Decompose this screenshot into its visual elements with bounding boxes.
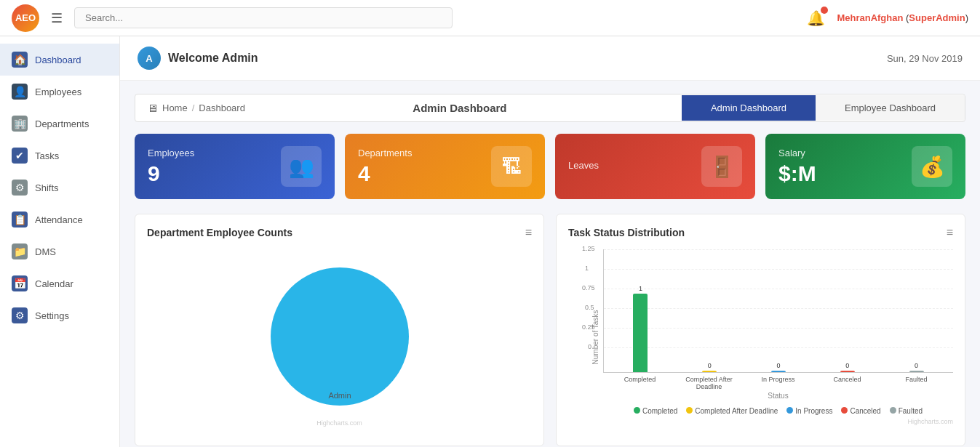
legend-dot-completed <box>634 407 640 414</box>
stat-info-leaves: Leaves <box>568 160 599 174</box>
bars-container: 1 0 0 <box>611 273 946 372</box>
employees-icon: 👤 <box>12 84 28 100</box>
bar-xlabel-faulted: Faulted <box>887 376 946 390</box>
stat-card-employees[interactable]: Employees 9 👥 <box>135 134 335 199</box>
breadcrumb: 🖥 Home / Dashboard Admin Dashboard <box>135 94 682 121</box>
pie-chart-header: Department Employee Counts ≡ <box>147 226 532 239</box>
tasks-icon: ✔ <box>12 148 28 164</box>
sidebar-item-dms[interactable]: 📁 DMS <box>0 235 119 267</box>
monitor-icon: 🖥 <box>147 102 158 114</box>
main-content: A Welcome Admin Sun, 29 Nov 2019 🖥 Home … <box>120 36 980 447</box>
sidebar-label-shifts: Shifts <box>35 182 59 193</box>
pie-chart-title: Department Employee Counts <box>147 227 292 238</box>
sidebar-item-attendance[interactable]: 📋 Attendance <box>0 204 119 235</box>
bar-chart-credit: Highcharts.com <box>603 418 953 425</box>
tab-center-label: Admin Dashboard <box>250 102 670 114</box>
stat-icon-salary: 💰 <box>912 146 952 187</box>
stat-card-departments[interactable]: Departments 4 🏗 <box>345 134 545 199</box>
welcome-left: A Welcome Admin <box>138 47 258 70</box>
breadcrumb-home: Home <box>162 102 188 113</box>
legend-item-canceled: Canceled <box>841 407 880 415</box>
bar-xlabel-cad: Completed After Deadline <box>680 376 738 390</box>
search-input[interactable] <box>74 7 453 28</box>
bar-xlabel-completed: Completed <box>610 376 669 390</box>
legend-dot-ip <box>786 407 793 414</box>
stat-label-leaves: Leaves <box>568 160 599 171</box>
sidebar-label-dms: DMS <box>35 246 56 257</box>
stat-label-departments: Departments <box>358 148 412 158</box>
legend-item-faulted: Faulted <box>890 407 923 415</box>
admin-dashboard-tab[interactable]: Admin Dashboard <box>682 95 816 121</box>
departments-icon: 🏢 <box>12 116 28 132</box>
attendance-icon: 📋 <box>12 212 28 227</box>
top-navbar: AEO ☰ 🔔 MehranAfghan (SuperAdmin) <box>0 0 980 36</box>
sidebar-item-departments[interactable]: 🏢 Departments <box>0 108 119 140</box>
stat-card-salary[interactable]: Salary $:M 💰 <box>765 134 965 199</box>
stat-value-salary: $:M <box>778 161 816 186</box>
bar-completed: 1 <box>611 285 670 372</box>
bar-chart-menu[interactable]: ≡ <box>947 226 953 239</box>
sidebar-item-calendar[interactable]: 📅 Calendar <box>0 267 119 299</box>
sidebar-label-departments: Departments <box>35 118 89 129</box>
bar-grid: 1.25 1 0.75 0.5 <box>603 249 953 373</box>
bar-xlabel-canceled: Canceled <box>818 376 877 390</box>
bar-val-cad: 0 <box>708 362 712 369</box>
sidebar: 🏠 Dashboard 👤 Employees 🏢 Departments ✔ … <box>0 36 120 447</box>
stat-value-employees: 9 <box>148 161 194 186</box>
bar-completed-after-deadline: 0 <box>680 362 739 372</box>
calendar-icon: 📅 <box>12 275 28 291</box>
tab-row: 🖥 Home / Dashboard Admin Dashboard Admin… <box>135 94 965 122</box>
x-axis-title: Status <box>603 392 953 400</box>
bar-val-completed: 1 <box>639 285 642 292</box>
sidebar-label-attendance: Attendance <box>35 214 83 225</box>
employee-dashboard-tab[interactable]: Employee Dashboard <box>816 95 965 121</box>
sidebar-label-calendar: Calendar <box>35 278 73 289</box>
bar-chart-area: Number of Tasks 1.25 1 0. <box>568 249 953 425</box>
content-area: 🖥 Home / Dashboard Admin Dashboard Admin… <box>120 81 980 447</box>
stat-label-salary: Salary <box>778 148 816 158</box>
sidebar-item-dashboard[interactable]: 🏠 Dashboard <box>0 44 119 76</box>
settings-icon: ⚙ <box>12 307 28 323</box>
stat-icon-departments: 🏗 <box>491 146 532 187</box>
bar-val-faulted: 0 <box>915 362 918 369</box>
sidebar-item-settings[interactable]: ⚙ Settings <box>0 299 119 331</box>
bar-chart-plot: 1.25 1 0.75 0.5 <box>603 249 953 400</box>
legend-item-completed: Completed <box>634 407 677 415</box>
sidebar-item-tasks[interactable]: ✔ Tasks <box>0 140 119 172</box>
welcome-text: Welcome Admin <box>168 52 258 65</box>
charts-row: Department Employee Counts ≡ Admin Highc… <box>135 214 965 446</box>
sidebar-item-shifts[interactable]: ⚙ Shifts <box>0 172 119 204</box>
bar-val-canceled: 0 <box>845 362 849 369</box>
pie-segment-label: Admin <box>328 391 351 400</box>
stat-value-departments: 4 <box>358 161 412 186</box>
stat-info-salary: Salary $:M <box>778 148 816 186</box>
sidebar-label-employees: Employees <box>35 86 81 97</box>
sidebar-label-tasks: Tasks <box>35 150 59 161</box>
pie-chart-container: Admin Highcharts.com <box>147 249 532 434</box>
notifications-button[interactable]: 🔔 <box>807 9 825 27</box>
stat-info-departments: Departments 4 <box>358 148 412 186</box>
sidebar-item-employees[interactable]: 👤 Employees <box>0 76 119 108</box>
bar-rect-ip <box>771 371 786 372</box>
legend-dot-canceled <box>841 407 848 414</box>
welcome-banner: A Welcome Admin Sun, 29 Nov 2019 <box>120 36 980 81</box>
nav-right: 🔔 MehranAfghan (SuperAdmin) <box>807 9 968 27</box>
notification-badge <box>821 7 828 14</box>
app-logo: AEO <box>12 4 39 32</box>
pie-svg: Admin <box>260 257 420 416</box>
bar-faulted: 0 <box>887 362 946 372</box>
legend-dot-cad <box>686 407 693 414</box>
shifts-icon: ⚙ <box>12 180 28 196</box>
sidebar-label-settings: Settings <box>35 310 69 321</box>
gridline-1: 1 <box>604 269 953 270</box>
date-display: Sun, 29 Nov 2019 <box>887 53 963 64</box>
breadcrumb-separator: / <box>192 102 195 113</box>
bar-rect-canceled <box>840 371 855 372</box>
stat-label-employees: Employees <box>148 148 194 158</box>
bar-y-axis-label: Number of Tasks <box>591 310 599 365</box>
hamburger-button[interactable]: ☰ <box>48 7 65 29</box>
stat-card-leaves[interactable]: Leaves 🚪 <box>555 134 755 199</box>
pie-chart-menu[interactable]: ≡ <box>525 226 532 239</box>
bar-chart-card: Task Status Distribution ≡ Number of Tas… <box>556 214 965 446</box>
dms-icon: 📁 <box>12 243 28 259</box>
